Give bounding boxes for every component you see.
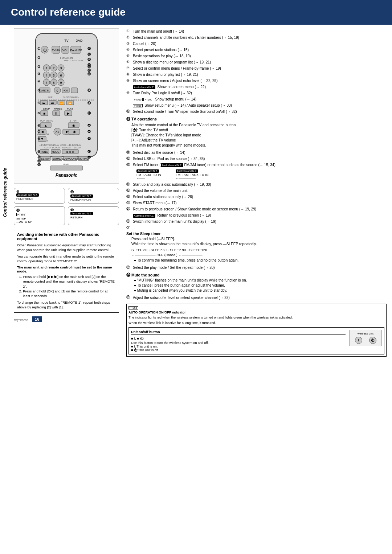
svg-text:⑥: ⑥ (37, 124, 40, 127)
svg-text:7: 7 (45, 81, 47, 85)
page-header: Control reference guide (0, 0, 392, 25)
svg-text:—ECHO: —ECHO (42, 147, 51, 149)
svg-text:2: 2 (53, 66, 54, 70)
instr-15: ⑮ Select USB or iPod as the source (→ 34… (126, 156, 387, 162)
svg-text:PAUSE: PAUSE (54, 107, 62, 110)
instructions-list-4: ㉓ Select the play mode / Set the repeat … (126, 264, 387, 271)
sleep-timer-section: Set the Sleep timer Press and hold [—SLE… (126, 231, 387, 263)
doc-code: RQTX0099 (14, 319, 28, 322)
instr-1: ① Turn the main unit on/off (→ 14) (126, 28, 387, 34)
svg-text:Panasonic: Panasonic (56, 173, 77, 178)
svg-text:⏻: ⏻ (43, 48, 47, 52)
instr-7: ⑦ Select or confirm menu items / Frame-b… (126, 65, 387, 71)
mute-b2: ● To cancel, press the button again or a… (131, 283, 387, 288)
remote-diagram: TV DVD ⏻ TV/AV VOL iPod/USB ① ⑬ ⑭ ⑮ FM/E… (14, 28, 119, 184)
pt565-badge: PT565 (133, 98, 143, 101)
svg-text:⑦: ⑦ (37, 130, 40, 134)
instr-5: ⑤ Basic operations for play (→ 18, 19) (126, 53, 387, 59)
svg-text:②: ② (37, 56, 40, 59)
auto-op-text1: The indicator lights red when the wirele… (128, 315, 384, 320)
svg-text:◀: ◀ (41, 130, 44, 134)
or-text: or (126, 225, 387, 229)
svg-text:⑰: ⑰ (87, 69, 91, 72)
instr-9-aus: Australia and N.Z. Show on-screen menu (… (126, 84, 387, 90)
interference-step-1: Press and hold [▶▶/▶] on the main unit a… (23, 274, 116, 289)
instructions-list: ① Turn the main unit on/off (→ 14) ② Sel… (126, 28, 387, 115)
instr-17: ⑰ Start up and play a disc automatically… (126, 181, 387, 188)
svg-text:SUBWOOFER: SUBWOOFER (62, 157, 79, 160)
interference-footer: To change the mode back to "REMOTE 1", r… (17, 300, 116, 310)
tv-vol: [+, −]: Adjust the TV volume (126, 138, 387, 143)
svg-text:④: ④ (37, 79, 40, 83)
auto-op-title: AUTO OPERATION ON/OFF indicator (128, 311, 384, 314)
svg-text:▲: ▲ (44, 124, 48, 127)
svg-text:6: 6 (60, 74, 62, 77)
instructions-list-5: ㉕ Adjust the subwoofer level or select s… (126, 295, 387, 301)
tv-note: This may not work properly with some mod… (126, 143, 387, 148)
instr-4: ④ Select preset radio stations (→ 15) (126, 47, 387, 53)
svg-text:⑤: ⑤ (37, 111, 40, 115)
tv-operations-section: ⑬ TV operations Aim the remote control a… (126, 117, 387, 148)
tv-tvav: [TV/AV]: Change the TV's video input mod… (126, 133, 387, 138)
svg-text:④: ④ (37, 101, 40, 105)
svg-text:CANCEL: CANCEL (40, 89, 50, 92)
interference-steps: Press and hold [▶▶/▶] on the main unit a… (17, 274, 116, 298)
fm-routing: Australia and N.Z. FM→AUX→D-IN ←—— Austr… (131, 169, 387, 180)
svg-text:㉓: ㉓ (87, 137, 91, 141)
instr-14: ⑭ Select disc as the source (→ 14) (126, 149, 387, 156)
svg-text:⑬: ⑬ (87, 47, 91, 50)
svg-text:⑭: ⑭ (87, 53, 91, 56)
svg-text:⏩: ⏩ (68, 101, 72, 105)
unit-onoff-symbols: ■ I, ■ ⏻ (131, 336, 346, 340)
svg-text:⑲: ⑲ (87, 101, 91, 105)
detail-box-16: ⑯ Australia and N.Z. FM/AM/ EXT-IN (68, 188, 119, 204)
instr-25: ㉕ Adjust the subwoofer level or select s… (126, 295, 387, 301)
svg-text:FUNC: FUNC (41, 151, 48, 153)
interference-intro: Other Panasonic audio/video equipment ma… (17, 243, 116, 253)
svg-text:⏮: ⏮ (42, 102, 45, 105)
svg-text:START: START (70, 119, 78, 122)
instr-22: ㉒ Switch information on the main unit's … (126, 218, 387, 225)
svg-text:■: ■ (43, 111, 45, 115)
svg-text:②: ② (37, 65, 40, 69)
instr-20: ⑳ Show START menu (→ 17) (126, 200, 387, 206)
svg-text:3: 3 (60, 66, 62, 70)
instructions-list-2: ⑭ Select disc as the source (→ 14) ⑮ Sel… (126, 149, 387, 168)
svg-text:⑯: ⑯ (87, 65, 91, 69)
svg-text:⑰: ⑰ (87, 72, 91, 76)
aus-nz-badge-16: Australia and N.Z. (70, 194, 93, 198)
instr-3: ③ Cancel (→ 20) (126, 41, 387, 47)
instr-18: ⑱ Adjust the volume of the main unit (126, 188, 387, 194)
sleep-heading: Set the Sleep timer (126, 231, 387, 236)
unit-onoff-title: Unit on/off button (131, 330, 346, 335)
instr-12: ⑫ Select sound mode / Turn Whisper-mode … (126, 108, 387, 115)
instr-6: ⑥ Show a disc top menu or program list (… (126, 59, 387, 65)
svg-text:SOUND: SOUND (52, 157, 61, 160)
sleep-desc2: While the time is shown on the main unit… (126, 242, 387, 247)
interference-box: Avoiding interference with other Panason… (14, 229, 119, 313)
instr-8: ⑧ Show a disc menu or play list (→ 19, 2… (126, 71, 387, 78)
svg-text:▶: ▶ (67, 111, 70, 115)
svg-text:◉: ◉ (72, 124, 75, 127)
detail-box-21: ㉑ Australia and N.Z. RETURN (68, 206, 119, 225)
svg-text:MUTING: MUTING (78, 157, 89, 160)
detail-box-9: ⑨ Australia and N.Z. FUNCTIONS (14, 188, 65, 204)
sidebar-label: Control reference guide (0, 28, 10, 357)
instr-11-pt565: PT565 PT560 Show setup menu (→ 14) (126, 96, 387, 102)
aus-nz-badge-9b: Australia and N.Z. (133, 85, 155, 90)
svg-text:—PLAY MODE —FL DISPLAY: —PLAY MODE —FL DISPLAY (52, 144, 81, 146)
svg-text:OK: OK (56, 131, 59, 134)
svg-text:DDPL II —REPEAT —SLEEP: DDPL II —REPEAT —SLEEP (52, 147, 81, 149)
instr-23: ㉓ Select the play mode / Set the repeat … (126, 264, 387, 271)
svg-text:VOL: VOL (62, 49, 69, 52)
aus-nz-badge-16b: Australia and N.Z. (161, 163, 183, 168)
svg-text:+10: +10 (64, 89, 68, 92)
svg-text:⑤: ⑤ (37, 89, 40, 92)
svg-text:4: 4 (45, 74, 47, 77)
svg-text:— ——————— —: — ——————— — (54, 167, 79, 170)
svg-text:③: ③ (37, 72, 40, 76)
svg-text:㉑: ㉑ (87, 124, 91, 127)
instructions-list-3: ⑰ Start up and play a disc automatically… (126, 181, 387, 225)
unit-onoff-desc: Use this button to turn the wireless sys… (131, 341, 346, 345)
interference-warning: The main unit and remote control must be… (17, 265, 116, 273)
